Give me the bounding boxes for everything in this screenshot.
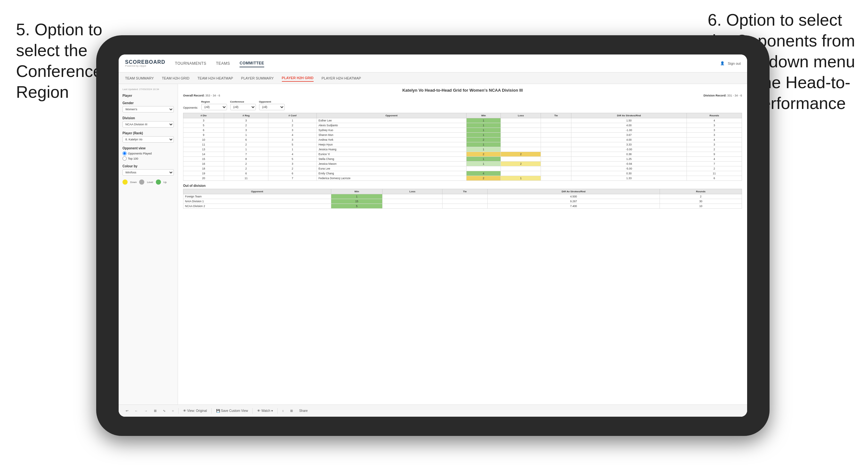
ood-cell-rounds: 10: [659, 204, 742, 209]
records-row: Overall Record: 353 - 34 - 6 Division Re…: [183, 94, 742, 97]
nav-tab-teams[interactable]: TEAMS: [216, 60, 230, 67]
ood-table-row: NCAA Division 2 5 7.400 10: [183, 204, 742, 209]
out-of-division-table: Opponent Win Loss Tie Diff Av Strokes/Rn…: [183, 189, 742, 209]
cell-conf: 4: [268, 152, 317, 157]
table-row: 10 6 3 Andrea York 2 4.00 4: [183, 137, 742, 142]
cell-tie: [541, 166, 571, 171]
tab-player-h2h-grid[interactable]: PLAYER H2H GRID: [282, 75, 314, 82]
nav-tab-tournaments[interactable]: TOURNAMENTS: [175, 60, 207, 67]
cell-tie: [541, 147, 571, 152]
cell-loss: [501, 157, 541, 161]
table-row: 14 7 4 Eunice Yi 2 2 0.38 9: [183, 152, 742, 157]
cell-diff: -3.00: [571, 147, 686, 152]
cell-win: 1: [466, 157, 501, 161]
cell-reg: 1: [224, 147, 268, 152]
cell-reg: 11: [224, 176, 268, 181]
cell-tie: [541, 142, 571, 147]
cell-diff: -0.94: [571, 161, 686, 166]
toolbar-layout[interactable]: ⊞: [288, 408, 295, 413]
tab-team-summary[interactable]: TEAM SUMMARY: [125, 75, 154, 82]
toolbar-sep2: [211, 408, 212, 414]
toolbar-share[interactable]: Share: [297, 408, 310, 413]
cell-reg: 8: [224, 157, 268, 161]
cell-loss: [501, 123, 541, 128]
ood-cell-tie: [442, 194, 487, 199]
cell-loss: 1: [501, 176, 541, 181]
logo-sub: Powered by clippd: [125, 65, 165, 67]
th-rounds: Rounds: [687, 113, 742, 118]
region-label: Region: [202, 100, 227, 103]
toolbar-watch[interactable]: 👁 Watch ▾: [255, 408, 275, 413]
legend-down-dot: [123, 180, 128, 185]
cell-rounds: 9: [687, 152, 742, 157]
cell-conf: 6: [268, 171, 317, 176]
legend-down-label: Down: [130, 181, 136, 184]
cell-win: 1: [466, 133, 501, 137]
cell-win: 1: [466, 118, 501, 123]
cell-rounds: 4: [687, 157, 742, 161]
division-record: Division Record: 331 - 34 - 6: [704, 94, 742, 97]
conference-select[interactable]: (All): [230, 104, 256, 110]
conference-dropdown-group: Conference (All): [230, 100, 256, 110]
cell-rounds: 6: [687, 176, 742, 181]
colour-by-select[interactable]: Win/loss: [123, 169, 174, 176]
bottom-toolbar: ↩ ← → ⊞ ∿ ○ 👁 View: Original 💾 Save Cust…: [178, 405, 747, 417]
cell-conf: 1: [268, 147, 317, 152]
overall-record: Overall Record: 353 - 34 - 6: [183, 94, 220, 97]
opponents-label: Opponents:: [183, 106, 198, 110]
player-rank-label: Player (Rank): [123, 131, 174, 135]
opponent-select[interactable]: (All): [259, 104, 285, 110]
cell-conf: 2: [268, 166, 317, 171]
legend-level-dot: [139, 180, 144, 185]
ood-cell-rounds: 2: [659, 194, 742, 199]
table-row: 20 11 7 Federica Domecq Lacroze 2 1 1.33…: [183, 176, 742, 181]
table-row: 19 6 6 Emily Chang 4 0.30 11: [183, 171, 742, 176]
ood-cell-diff: 7.400: [487, 204, 659, 209]
logo-text: SCOREBOARD: [125, 60, 165, 65]
tab-team-h2h-heatmap[interactable]: TEAM H2H HEATMAP: [197, 75, 233, 82]
table-row: 15 8 5 Stella Cheng 1 1.25 4: [183, 157, 742, 161]
radio-top100[interactable]: Top 100: [123, 156, 174, 161]
cell-tie: [541, 133, 571, 137]
region-dropdown-group: Region (All): [202, 100, 227, 110]
tab-player-h2h-heatmap[interactable]: PLAYER H2H HEATMAP: [321, 75, 361, 82]
cell-rounds: 4: [687, 118, 742, 123]
ood-cell-win: 5: [331, 204, 382, 209]
color-legend: Down Level Up: [123, 180, 174, 185]
sidebar-division-section: Division NCAA Division III: [123, 116, 174, 128]
toolbar-view-original[interactable]: 👁 View: Original: [181, 408, 209, 413]
user-icon: 👤: [720, 61, 725, 65]
table-row: 16 2 3 Jessica Mason 1 2 -0.94 7: [183, 161, 742, 166]
ood-th-tie: Tie: [442, 189, 487, 194]
sign-out-link[interactable]: Sign out: [728, 62, 741, 65]
cell-conf: 3: [268, 137, 317, 142]
main-table: # Div # Reg # Conf Opponent Win Loss Tie…: [183, 113, 742, 181]
division-select[interactable]: NCAA Division III: [123, 121, 174, 128]
cell-tie: [541, 123, 571, 128]
th-opponent: Opponent: [317, 113, 466, 118]
th-win: Win: [466, 113, 501, 118]
cell-conf: 5: [268, 142, 317, 147]
tab-team-h2h-grid[interactable]: TEAM H2H GRID: [162, 75, 189, 82]
nav-tab-committee[interactable]: COMMITTEE: [240, 60, 264, 67]
cell-rounds: 11: [687, 171, 742, 176]
tab-player-summary[interactable]: PLAYER SUMMARY: [241, 75, 274, 82]
region-select[interactable]: (All): [202, 104, 227, 110]
radio-opponents-played[interactable]: Opponents Played: [123, 151, 174, 155]
cell-conf: 3: [268, 161, 317, 166]
cell-opponent: Andrea York: [317, 137, 466, 142]
gender-select[interactable]: Women's: [123, 106, 174, 113]
cell-opponent: Eunice Yi: [317, 152, 466, 157]
ood-cell-tie: [442, 199, 487, 204]
toolbar-save-custom[interactable]: 💾 Save Custom View: [214, 408, 250, 413]
cell-tie: [541, 176, 571, 181]
player-rank-select[interactable]: 8. Katelyn Vo: [123, 136, 174, 143]
cell-div: 18: [183, 166, 224, 171]
opponent-view-label: Opponent view: [123, 147, 174, 150]
toolbar-sort[interactable]: ↕: [280, 408, 286, 413]
cell-opponent: Alexis Sudjianto: [317, 123, 466, 128]
ood-cell-rounds: 30: [659, 199, 742, 204]
cell-conf: 7: [268, 176, 317, 181]
cell-div: 6: [183, 128, 224, 133]
ood-cell-opponent: NAIA Division 1: [183, 199, 331, 204]
